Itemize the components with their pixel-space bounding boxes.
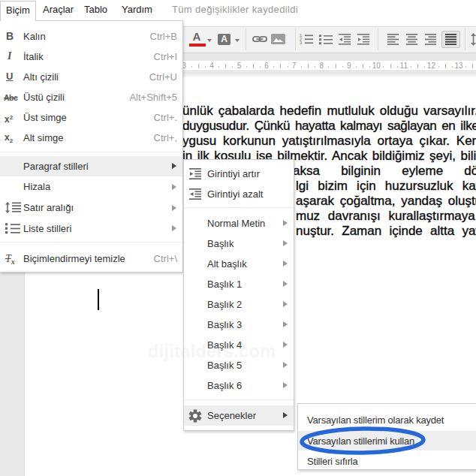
svg-text:3: 3	[300, 41, 303, 45]
